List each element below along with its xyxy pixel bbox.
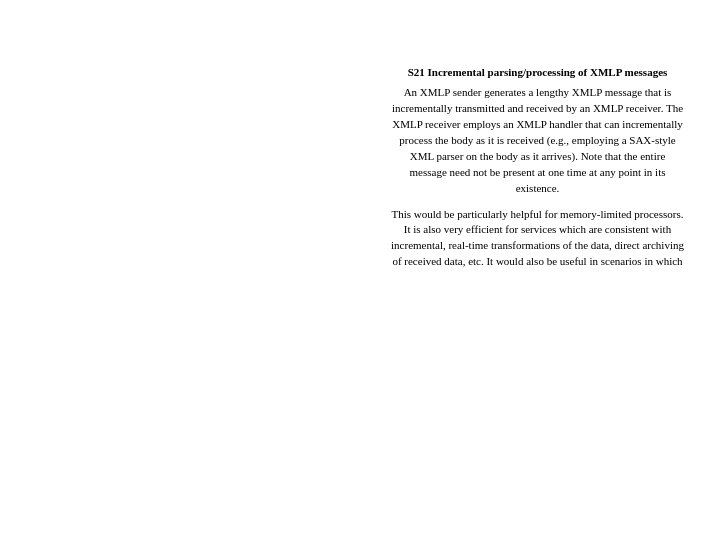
paragraph-2: This would be particularly helpful for m…: [390, 207, 685, 271]
text-block: S21 Incremental parsing/processing of XM…: [390, 65, 685, 270]
section-title: S21 Incremental parsing/processing of XM…: [390, 65, 685, 81]
page-content: S21 Incremental parsing/processing of XM…: [0, 0, 720, 540]
paragraph-1: An XMLP sender generates a lengthy XMLP …: [390, 85, 685, 197]
